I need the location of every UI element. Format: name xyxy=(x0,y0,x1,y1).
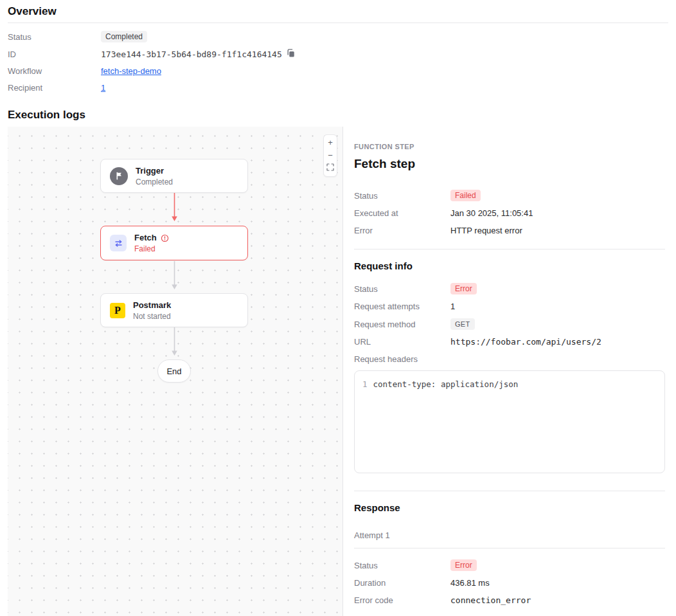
recipient-link[interactable]: 1 xyxy=(101,82,105,93)
duration-value: 436.81 ms xyxy=(450,577,665,588)
execution-logs-workspace: + − Trigger Completed xyxy=(0,127,676,616)
error-label: Error xyxy=(354,225,450,236)
request-headers-code-block[interactable]: 1 content-type: application/json xyxy=(354,370,665,473)
request-info-divider xyxy=(354,249,665,249)
fit-view-icon xyxy=(326,163,334,174)
postmark-logo: P xyxy=(110,303,125,318)
request-method-label: Request method xyxy=(354,319,450,330)
step-detail-title: Fetch step xyxy=(354,156,665,172)
status-badge: Completed xyxy=(101,31,147,42)
response-title: Response xyxy=(354,502,665,514)
edge-fetch-to-postmark xyxy=(171,261,178,289)
recipient-label: Recipient xyxy=(8,82,101,93)
recipient-value: 1 xyxy=(101,82,668,93)
request-info-title: Request info xyxy=(354,260,665,272)
workflow-canvas[interactable]: + − Trigger Completed xyxy=(8,127,343,616)
copy-icon xyxy=(286,48,296,60)
step-type-eyebrow: FUNCTION STEP xyxy=(354,143,665,151)
workflow-link[interactable]: fetch-step-demo xyxy=(101,66,161,77)
minus-icon: − xyxy=(328,150,333,161)
executed-at-label: Executed at xyxy=(354,208,450,219)
step-overview-rows: Status Failed Executed at Jan 30 2025, 1… xyxy=(354,190,665,236)
fit-view-button[interactable] xyxy=(324,162,337,175)
url-value: https://foobar.com/api/users/2 xyxy=(450,336,665,347)
node-fetch[interactable]: Fetch Failed xyxy=(100,226,248,260)
id-label: ID xyxy=(8,49,101,60)
attempt-divider xyxy=(354,548,665,548)
node-trigger[interactable]: Trigger Completed xyxy=(100,159,248,193)
response-status-badge: Error xyxy=(450,559,477,571)
executed-at-value: Jan 30 2025, 11:05:41 xyxy=(450,208,665,219)
execution-logs-title: Execution logs xyxy=(8,109,668,122)
step-status-badge: Failed xyxy=(450,190,481,201)
zoom-in-button[interactable]: + xyxy=(324,136,337,149)
error-code-value: connection_error xyxy=(450,595,665,606)
request-attempts-label: Request attempts xyxy=(354,301,450,312)
request-attempts-value: 1 xyxy=(450,301,665,312)
error-code-label: Error code xyxy=(354,595,450,606)
node-postmark-title: Postmark xyxy=(133,300,171,311)
status-value: Completed xyxy=(101,31,668,42)
request-status-label: Status xyxy=(354,284,450,294)
transaction-id: 173ee144-3b17-5b64-bd89-f1f1c4164145 xyxy=(101,49,282,60)
canvas-zoom-controls: + − xyxy=(323,134,337,177)
workflow-label: Workflow xyxy=(8,66,101,77)
response-status-label: Status xyxy=(354,560,450,571)
error-value: HTTP request error xyxy=(450,225,665,236)
code-line-number: 1 xyxy=(362,379,368,464)
status-label: Status xyxy=(8,32,101,42)
overview-divider xyxy=(8,23,668,23)
overview-rows: Status Completed ID 173ee144-3b17-5b64-b… xyxy=(8,31,668,93)
node-postmark[interactable]: P Postmark Not started xyxy=(100,293,248,327)
node-end: End xyxy=(157,359,191,383)
request-status-badge: Error xyxy=(450,283,477,294)
overview-title: Overview xyxy=(8,5,668,18)
workflow-value: fetch-step-demo xyxy=(101,66,668,77)
request-headers-label: Request headers xyxy=(354,354,450,365)
edge-postmark-to-end xyxy=(171,327,178,356)
plus-icon: + xyxy=(328,137,333,149)
id-value: 173ee144-3b17-5b64-bd89-f1f1c4164145 xyxy=(101,48,668,60)
duration-label: Duration xyxy=(354,577,450,588)
node-fetch-status: Failed xyxy=(134,244,169,253)
url-label: URL xyxy=(354,336,450,347)
overview-section: Overview Status Completed ID 173ee144-3b… xyxy=(0,0,676,93)
edge-trigger-to-fetch xyxy=(171,193,178,221)
swap-arrows-icon xyxy=(110,235,127,251)
request-info-rows: Status Error Request attempts 1 Request … xyxy=(354,283,665,365)
node-postmark-status: Not started xyxy=(133,312,171,321)
node-trigger-status: Completed xyxy=(136,177,173,186)
code-line-content: content-type: application/json xyxy=(373,379,519,464)
flag-icon xyxy=(110,167,128,185)
node-fetch-title: Fetch xyxy=(134,233,157,243)
zoom-out-button[interactable]: − xyxy=(324,149,337,162)
end-label: End xyxy=(166,367,181,376)
step-status-label: Status xyxy=(354,190,450,201)
copy-id-button[interactable] xyxy=(286,48,296,60)
step-detail-panel: FUNCTION STEP Fetch step Status Failed E… xyxy=(343,127,676,616)
request-method-badge: GET xyxy=(450,318,475,330)
attempt-label: Attempt 1 xyxy=(354,530,665,541)
error-warning-icon xyxy=(161,234,169,242)
response-rows: Status Error Duration 436.81 ms Error co… xyxy=(354,559,665,606)
node-trigger-title: Trigger xyxy=(136,166,173,176)
response-divider xyxy=(354,491,665,491)
